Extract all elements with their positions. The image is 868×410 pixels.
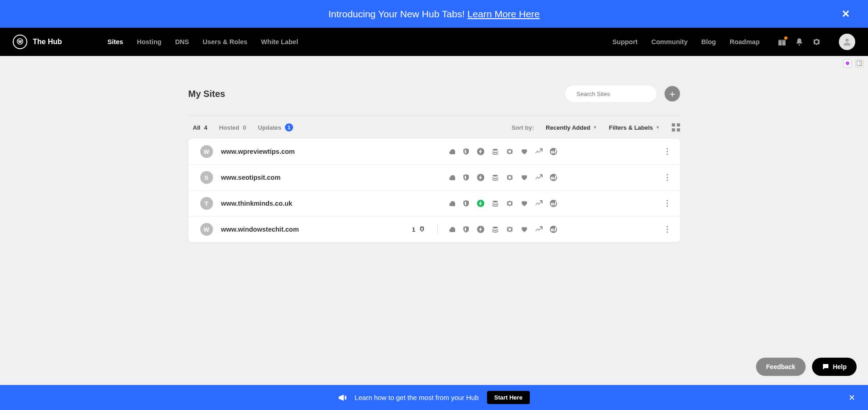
- nav-item-dns[interactable]: DNS: [175, 38, 189, 46]
- add-site-button[interactable]: ＋: [665, 86, 680, 101]
- close-icon[interactable]: ✕: [842, 8, 850, 20]
- more-icon[interactable]: [666, 200, 668, 207]
- logo[interactable]: ⓦ The Hub: [13, 35, 62, 49]
- site-row-icons: 1: [412, 224, 557, 234]
- nav-link-support[interactable]: Support: [612, 38, 638, 46]
- gear-icon[interactable]: [506, 226, 513, 233]
- site-row-icons: [448, 174, 557, 181]
- cloud-icon[interactable]: [448, 200, 455, 207]
- aux-chips: [843, 59, 863, 67]
- gear-icon[interactable]: [506, 174, 513, 181]
- search-box[interactable]: [565, 86, 656, 102]
- stack-icon[interactable]: [492, 226, 499, 233]
- filter-hosted-count: 0: [243, 124, 246, 131]
- svg-point-9: [845, 39, 848, 42]
- gear-icon[interactable]: [506, 200, 513, 207]
- updates-badge[interactable]: 1: [412, 226, 425, 233]
- filter-tab-hosted[interactable]: Hosted 0: [219, 124, 246, 131]
- filters-labels-select[interactable]: Filters & Labels ▼: [609, 124, 660, 131]
- wordpress-icon[interactable]: [550, 148, 557, 155]
- nav-item-sites[interactable]: Sites: [107, 38, 123, 46]
- more-icon[interactable]: [666, 174, 668, 181]
- svg-rect-8: [782, 40, 782, 46]
- filter-tab-all[interactable]: All 4: [193, 124, 208, 131]
- filter-updates-count: 1: [285, 123, 293, 132]
- nav-link-community[interactable]: Community: [651, 38, 688, 46]
- heart-icon[interactable]: [521, 200, 528, 207]
- heart-icon[interactable]: [521, 174, 528, 181]
- trend-icon[interactable]: [535, 200, 543, 207]
- shield-icon[interactable]: [462, 174, 470, 181]
- more-icon[interactable]: [666, 148, 668, 155]
- avatar[interactable]: [839, 34, 855, 50]
- brand-name: The Hub: [33, 38, 62, 46]
- site-row: Wwww.wpreviewtips.com: [188, 139, 680, 165]
- filter-all-label: All: [193, 124, 201, 131]
- site-row-icons: [448, 148, 557, 155]
- site-list: Wwww.wpreviewtips.comSwww.seotipsit.comT…: [188, 139, 680, 242]
- view-grid-toggle[interactable]: [672, 123, 680, 132]
- separator: [437, 224, 438, 234]
- sort-select[interactable]: Recently Added ▼: [546, 124, 597, 131]
- bolt-icon[interactable]: [477, 226, 484, 233]
- wordpress-icon[interactable]: [550, 200, 557, 207]
- cloud-icon[interactable]: [448, 148, 455, 155]
- announcement-link[interactable]: Learn More Here: [467, 9, 540, 20]
- sort-value: Recently Added: [546, 124, 590, 131]
- filter-all-count: 4: [204, 124, 207, 131]
- shield-icon[interactable]: [462, 226, 470, 233]
- layout-toggle[interactable]: [855, 59, 863, 67]
- shield-icon[interactable]: [462, 148, 470, 155]
- page-title: My Sites: [188, 89, 225, 99]
- stack-icon[interactable]: [492, 200, 499, 207]
- site-row: Swww.seotipsit.com: [188, 165, 680, 191]
- stack-icon[interactable]: [492, 148, 499, 155]
- bell-icon[interactable]: [795, 38, 803, 46]
- site-url[interactable]: www.wpreviewtips.com: [221, 148, 295, 155]
- site-avatar: T: [200, 197, 213, 210]
- nav-link-blog[interactable]: Blog: [701, 38, 716, 46]
- site-avatar: S: [200, 171, 213, 184]
- site-avatar: W: [200, 145, 213, 158]
- site-row: Twww.thinkminds.co.uk: [188, 191, 680, 217]
- shield-icon[interactable]: [462, 200, 470, 207]
- announcement-text: Introducing Your New Hub Tabs!: [328, 9, 465, 20]
- bolt-icon[interactable]: [477, 148, 484, 155]
- filters-labels-text: Filters & Labels: [609, 124, 653, 131]
- site-url[interactable]: www.thinkminds.co.uk: [221, 200, 293, 207]
- settings-icon[interactable]: [812, 38, 821, 46]
- cloud-icon[interactable]: [448, 226, 455, 233]
- search-input[interactable]: [577, 91, 653, 97]
- cloud-icon[interactable]: [448, 174, 455, 181]
- trend-icon[interactable]: [535, 148, 543, 155]
- nav-item-hosting[interactable]: Hosting: [137, 38, 162, 46]
- announcement-banner: Introducing Your New Hub Tabs! Learn Mor…: [0, 0, 868, 28]
- gift-icon[interactable]: [778, 38, 786, 46]
- filter-hosted-label: Hosted: [219, 124, 239, 131]
- gear-icon[interactable]: [506, 148, 513, 155]
- more-icon[interactable]: [666, 226, 668, 233]
- trend-icon[interactable]: [535, 226, 543, 233]
- bolt-icon[interactable]: [477, 200, 484, 207]
- filter-tab-updates[interactable]: Updates 1: [258, 123, 293, 132]
- chevron-down-icon: ▼: [593, 125, 597, 130]
- bolt-icon[interactable]: [477, 174, 484, 181]
- record-indicator[interactable]: [843, 59, 852, 67]
- stack-icon[interactable]: [492, 174, 499, 181]
- filters-row: All 4 Hosted 0 Updates 1 Sort by: Recent…: [188, 116, 680, 139]
- heart-icon[interactable]: [521, 148, 528, 155]
- nav-item-users-roles[interactable]: Users & Roles: [203, 38, 247, 46]
- wordpress-icon[interactable]: [550, 174, 557, 181]
- nav-item-white-label[interactable]: White Label: [261, 38, 298, 46]
- filter-updates-label: Updates: [258, 124, 281, 131]
- site-url[interactable]: www.windowstechit.com: [221, 226, 299, 233]
- wordpress-icon[interactable]: [550, 226, 557, 233]
- trend-icon[interactable]: [535, 174, 543, 181]
- logo-icon: ⓦ: [13, 35, 27, 49]
- sort-label: Sort by:: [512, 124, 534, 131]
- svg-rect-10: [857, 61, 862, 66]
- site-url[interactable]: www.seotipsit.com: [221, 174, 281, 181]
- nav-link-roadmap[interactable]: Roadmap: [730, 38, 760, 46]
- heart-icon[interactable]: [521, 226, 528, 233]
- chevron-down-icon: ▼: [656, 125, 660, 130]
